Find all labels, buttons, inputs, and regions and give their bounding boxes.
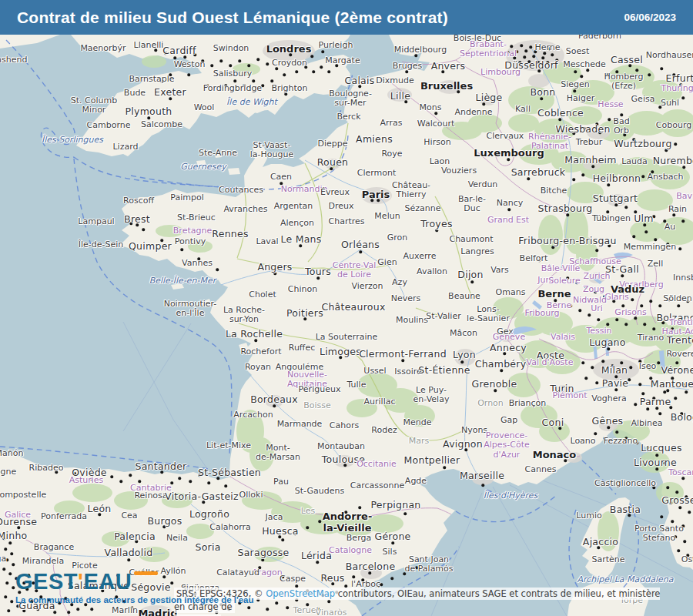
town-dot	[671, 520, 674, 523]
map-label: Bologne	[671, 412, 693, 423]
town-dot	[252, 79, 255, 82]
map-label: Voghera	[591, 394, 626, 403]
map-label: Gron	[387, 233, 408, 243]
map-label: Braga	[0, 554, 6, 564]
map-label: Exeter	[154, 87, 186, 98]
map-label: Wool	[194, 103, 215, 112]
town-dot	[4, 547, 7, 551]
town-dot	[219, 59, 223, 62]
map-label: Argentan	[274, 202, 313, 211]
gesteau-wordmark: GEST'EAU	[15, 571, 254, 593]
town-dot	[681, 219, 685, 223]
town-dot	[295, 70, 298, 73]
map-label: La Souterraine	[316, 333, 378, 342]
map-label: Paimpol	[170, 193, 203, 203]
map-label: Annecy	[490, 343, 527, 353]
town-dot	[8, 572, 12, 575]
town-dot	[187, 73, 190, 76]
town-dot	[256, 58, 259, 61]
map-label: Caen	[270, 172, 292, 182]
map-label: Boulogne- sur-Mer	[329, 89, 372, 109]
map-label: Lyon	[453, 350, 476, 360]
map-label: Périgueux	[299, 385, 341, 394]
map-label: Occitanie	[357, 460, 397, 469]
town-dot	[631, 298, 634, 301]
map-label: Île-de-Sein	[79, 240, 124, 249]
map-label: Margate	[325, 56, 360, 65]
town-dot	[4, 595, 7, 598]
map-label: Lucques	[641, 443, 681, 454]
map-label: Rhénanie- Palatinat	[528, 132, 571, 152]
map-label: Berck	[336, 112, 360, 122]
map-label: Ulm	[634, 213, 654, 224]
map-label: Purleigh	[319, 41, 353, 50]
map-label: Homberg (Efze)	[604, 72, 644, 92]
town-dot	[615, 318, 618, 321]
map-label: Quimper	[129, 241, 172, 252]
map-label: Verdun	[468, 180, 498, 189]
map-label: Walcourt	[417, 119, 455, 129]
town-dot	[581, 173, 584, 176]
map-label: Catalogne	[329, 546, 372, 555]
town-dot	[632, 235, 635, 238]
map-label: Calais	[344, 75, 374, 86]
map-label: Milan	[601, 365, 628, 376]
map-label: Camborne	[87, 121, 131, 130]
map-label: Bretagne	[173, 226, 212, 236]
town-dot	[601, 360, 604, 363]
map-label: Vouziers	[441, 166, 477, 176]
map-label: Paris	[362, 189, 390, 201]
map-label: Clervaux	[487, 132, 524, 141]
openstreetmap-link[interactable]: OpenStreetMap	[266, 588, 335, 599]
map-label: Chinon	[288, 285, 317, 294]
town-dot	[358, 506, 361, 509]
map-label: Lauda	[621, 157, 648, 166]
town-dot	[681, 96, 685, 99]
town-dot	[634, 403, 637, 406]
town-dot	[594, 432, 597, 435]
map-label: Brest	[124, 214, 150, 225]
map-label: Ponferrada	[41, 512, 87, 521]
town-dot	[524, 49, 527, 52]
town-dot	[648, 73, 651, 76]
map-label: Caspe	[280, 574, 306, 584]
map-label: Ansbach	[648, 172, 684, 182]
map-label: Rochefort	[240, 347, 281, 357]
map-label: Mars	[409, 437, 430, 446]
map-label: Gênes	[592, 416, 624, 427]
map-label: Compostelle	[0, 490, 46, 500]
town-dot	[615, 430, 618, 434]
map-label: Toscane	[668, 468, 693, 477]
map-label: Palencia	[114, 531, 156, 542]
town-dot	[572, 178, 575, 181]
map-label: Dieppe	[317, 139, 347, 149]
map-label: León	[87, 504, 111, 514]
map-label: Valladolid	[105, 547, 153, 558]
map-label: Liège	[475, 92, 502, 103]
map-label: Pontivy	[175, 237, 206, 246]
map-label: Bavière	[676, 192, 693, 201]
map-label: La Rochelle	[226, 329, 283, 340]
map-label: Berga	[346, 534, 371, 543]
town-dot	[247, 64, 250, 67]
map-label: Orléans	[341, 239, 380, 250]
map-label: Îles d'Hyères	[484, 491, 538, 500]
town-dot	[641, 392, 644, 395]
map-label: Bordeaux	[250, 394, 298, 405]
map-label: Bar-le- Duc	[458, 195, 486, 214]
map-label: Lille	[390, 91, 410, 102]
gesteau-logo[interactable]: GEST'EAU La communauté des acteurs de ge…	[15, 571, 254, 604]
town-dot	[581, 361, 584, 364]
map-label: Lons- le-Saunier	[467, 305, 510, 324]
map-label: Dreux	[329, 202, 354, 211]
town-dot	[403, 512, 407, 515]
map-label: Briançon	[509, 399, 547, 408]
map-label: Burgos	[147, 516, 182, 527]
town-dot	[677, 549, 680, 552]
map-label: Fezzano	[604, 437, 638, 446]
map-label: Ostie	[681, 555, 693, 564]
town-dot	[321, 50, 324, 53]
map-label: Iseo	[639, 362, 656, 371]
map-label: Weston	[174, 60, 206, 69]
map-label: Arras	[380, 119, 403, 128]
